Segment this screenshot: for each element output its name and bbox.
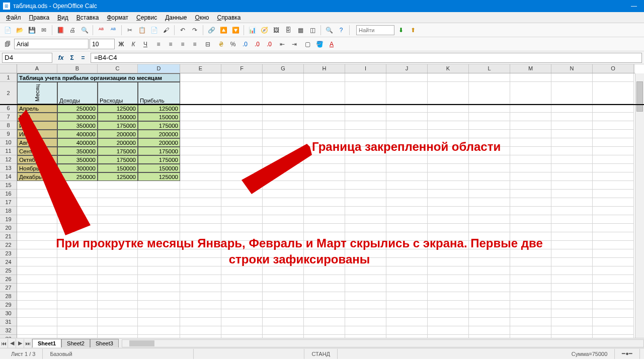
dec-inc-icon[interactable]: .0: [252, 39, 263, 50]
col-header-Прибыль[interactable]: Прибыль: [138, 82, 180, 104]
formula-input[interactable]: [91, 53, 642, 63]
cell[interactable]: [57, 318, 98, 326]
cell[interactable]: [593, 73, 634, 82]
cell[interactable]: [98, 181, 138, 190]
month-cell[interactable]: Апрель: [17, 104, 57, 113]
select-all-corner[interactable]: [0, 64, 17, 73]
cell[interactable]: [345, 198, 386, 207]
menu-Данные[interactable]: Данные: [161, 13, 191, 22]
cell[interactable]: [551, 309, 593, 318]
cell[interactable]: [17, 335, 57, 338]
cell[interactable]: [345, 121, 386, 130]
cell[interactable]: [17, 275, 57, 284]
cell[interactable]: [386, 82, 428, 104]
cell[interactable]: [17, 301, 57, 309]
cell[interactable]: [221, 266, 263, 275]
cell[interactable]: [428, 258, 469, 266]
cell[interactable]: [386, 104, 428, 113]
cell[interactable]: [263, 241, 304, 249]
cell[interactable]: [345, 326, 386, 335]
cell[interactable]: [428, 155, 469, 164]
cell[interactable]: [17, 266, 57, 275]
new-icon[interactable]: 📄: [2, 25, 13, 36]
cell[interactable]: [593, 104, 634, 113]
row-header-29[interactable]: 29: [0, 301, 17, 309]
cell[interactable]: [180, 266, 221, 275]
cell[interactable]: [57, 181, 98, 190]
cell[interactable]: [221, 138, 263, 147]
cell[interactable]: [551, 301, 593, 309]
cell[interactable]: [386, 172, 428, 181]
cell[interactable]: [221, 121, 263, 130]
cell[interactable]: [428, 113, 469, 121]
cell[interactable]: [180, 172, 221, 181]
month-cell[interactable]: Август: [17, 138, 57, 147]
cell[interactable]: [551, 172, 593, 181]
align-center-icon[interactable]: ≡: [165, 39, 176, 50]
cell[interactable]: [593, 309, 634, 318]
cell[interactable]: [180, 147, 221, 155]
cell[interactable]: [138, 241, 180, 249]
col-header-Расходы[interactable]: Расходы: [98, 82, 138, 104]
cell[interactable]: [428, 130, 469, 138]
cell[interactable]: [98, 224, 138, 232]
cell[interactable]: [428, 215, 469, 224]
row-header-20[interactable]: 20: [0, 224, 17, 232]
cell[interactable]: [510, 172, 551, 181]
cell[interactable]: [345, 181, 386, 190]
cell[interactable]: [221, 113, 263, 121]
expense-cell[interactable]: 125000: [98, 172, 138, 181]
cell[interactable]: [263, 266, 304, 275]
cell[interactable]: [386, 190, 428, 198]
expense-cell[interactable]: 200000: [98, 130, 138, 138]
cell[interactable]: [469, 181, 510, 190]
cell[interactable]: [345, 275, 386, 284]
tab-nav-first-icon[interactable]: ⏮: [0, 339, 8, 348]
cell[interactable]: [304, 284, 345, 292]
cell[interactable]: [180, 224, 221, 232]
cell[interactable]: [180, 241, 221, 249]
expense-cell[interactable]: 150000: [98, 164, 138, 172]
cell[interactable]: [304, 104, 345, 113]
cell[interactable]: [551, 181, 593, 190]
cell[interactable]: [138, 224, 180, 232]
cell[interactable]: [98, 215, 138, 224]
cell[interactable]: [221, 335, 263, 338]
row-header-18[interactable]: 18: [0, 207, 17, 215]
cell[interactable]: [551, 292, 593, 301]
cell[interactable]: [510, 241, 551, 249]
cell[interactable]: [221, 241, 263, 249]
cell[interactable]: [428, 138, 469, 147]
cell[interactable]: [428, 181, 469, 190]
cell[interactable]: [469, 241, 510, 249]
cell[interactable]: [138, 292, 180, 301]
font-size-select[interactable]: [90, 39, 115, 49]
row-header-25[interactable]: 25: [0, 266, 17, 275]
profit-cell[interactable]: 200000: [138, 138, 180, 147]
cell[interactable]: [469, 190, 510, 198]
cell[interactable]: [428, 73, 469, 82]
cell[interactable]: [345, 113, 386, 121]
col-header-N[interactable]: N: [551, 64, 593, 73]
cell[interactable]: [180, 104, 221, 113]
cell[interactable]: [510, 164, 551, 172]
cell[interactable]: [221, 164, 263, 172]
profit-cell[interactable]: 175000: [138, 121, 180, 130]
cell[interactable]: [263, 326, 304, 335]
cell[interactable]: [469, 155, 510, 164]
cell[interactable]: [510, 318, 551, 326]
col-header-J[interactable]: J: [386, 64, 428, 73]
col-header-Месяц[interactable]: Месяц: [17, 82, 57, 104]
col-header-D[interactable]: D: [138, 64, 180, 73]
cell[interactable]: [345, 335, 386, 338]
cell[interactable]: [17, 198, 57, 207]
cell[interactable]: [304, 258, 345, 266]
cell[interactable]: [386, 215, 428, 224]
fontcolor-icon[interactable]: A: [326, 39, 337, 50]
cell[interactable]: [304, 207, 345, 215]
cell[interactable]: [593, 121, 634, 130]
col-header-Доходы[interactable]: Доходы: [57, 82, 98, 104]
chart-icon[interactable]: 📊: [247, 25, 258, 36]
cell[interactable]: [593, 318, 634, 326]
cell[interactable]: [221, 130, 263, 138]
